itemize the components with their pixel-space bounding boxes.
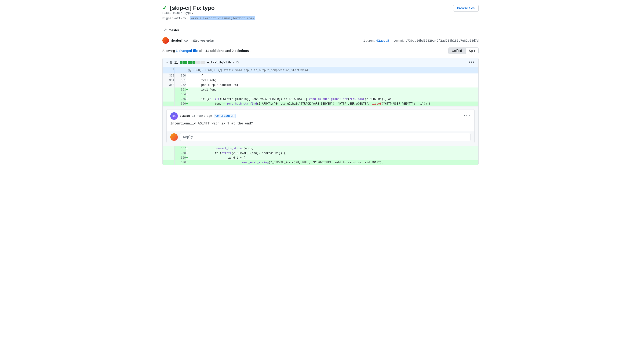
collapse-icon[interactable]: ▾ [166,61,168,64]
parent-hash[interactable]: 92aeda5 [376,39,389,42]
inline-comment-row: st staabm 23 hours ago Contributor ••• I… [162,106,478,146]
table-row: 368 + if (strstr(Z_STRVAL_P(enc), "zerod… [162,151,478,156]
expand-icon[interactable]: ↕ [172,68,174,71]
table-row: 362 362 php_output_handler *h; [162,83,478,88]
table-row: 367 + convert_to_string(enc); [162,146,478,151]
comment-time: 23 hours ago [192,114,212,118]
changed-files-link[interactable]: 1 changed file [176,49,198,53]
split-view-button[interactable]: Split [466,48,478,54]
diff-summary: Showing 1 changed file with 11 additions… [162,49,250,53]
commit-description: Fixes minor typo. [162,11,194,15]
commit-label: commit [394,39,404,42]
comment-more-options[interactable]: ••• [464,114,471,118]
table-row: 360 360 { [162,74,478,78]
author-name[interactable]: rlerdorf [171,38,182,42]
signed-off-value: Rasmus Lerdorf <rasmus@lerdorf.com> [190,16,255,20]
contributor-badge: Contributor [214,114,236,118]
file-path: ext/zlib/zlib.c [207,60,235,64]
comment-author-name[interactable]: staabm [180,114,190,118]
commit-title: [skip-ci] Fix typo [170,5,215,11]
signed-off-label: Signed-off-by: [162,16,188,20]
commit-hash: c730aa26bd52829a49f2ad284b181b7e82a68d7d [406,39,479,42]
more-options-icon[interactable]: ••• [469,60,475,65]
branch-icon: ⎇ [162,28,166,32]
copy-path-icon[interactable]: ⧉ [236,60,239,64]
table-row: 369 + zend_try { [162,156,478,160]
committed-label: committed yesterday [184,38,214,42]
table-row: 364 + [162,92,478,97]
comment-avatar: st [170,112,178,120]
parent-label: 1 parent [363,39,374,42]
table-row: 363 + zval *enc; [162,88,478,92]
diff-bars [180,61,206,64]
hunk-header: ↕ @@ -360,6 +360,17 @@ static void php_z… [162,67,478,74]
check-icon: ✓ [162,5,167,11]
table-row: 370 + zend_eval_string(Z_STRVAL_P(enc)+8… [162,160,478,165]
table-row: 361 361 zval zoh; [162,78,478,83]
diff-stat-icon: ⇅ [170,60,172,64]
unified-view-button[interactable]: Unified [448,48,466,54]
table-row: 365 + if ((Z_TYPE(PG(http_globals)[TRACK… [162,97,478,102]
reply-avatar [170,133,178,141]
browse-files-button[interactable]: Browse files [453,5,479,12]
branch-name: master [168,28,179,32]
file-diff: ▾ ⇅ 11 ext/zlib/zlib.c ⧉ •• [162,58,479,165]
reply-input[interactable]: Reply... [180,133,471,141]
comment-body: Intentionally AGENTT with 2x T at the en… [170,122,471,126]
table-row: 366 + (enc = zend_hash_str_find(Z_ARRVAL… [162,102,478,106]
avatar [162,37,169,44]
diff-lines-count: 11 [174,60,178,64]
